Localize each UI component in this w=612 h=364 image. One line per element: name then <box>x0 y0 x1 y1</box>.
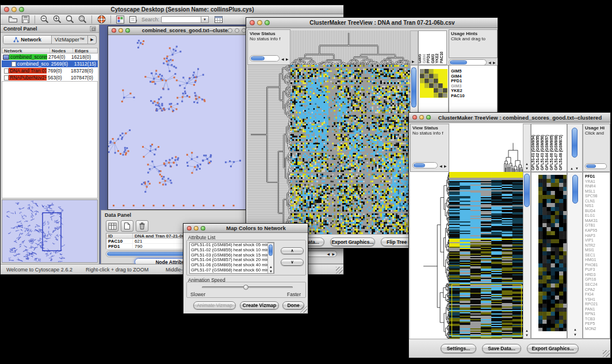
zoom-in-button[interactable] <box>51 15 63 24</box>
heatmap-canvas[interactable] <box>290 65 410 235</box>
scroll-right-arrow[interactable]: ▶ <box>412 60 415 63</box>
close-button[interactable] <box>250 20 255 25</box>
view-status-scrollbar[interactable] <box>412 162 438 168</box>
scroll-right-arrow[interactable]: ▶ <box>444 164 447 168</box>
treeview2-titlebar[interactable]: ClusterMaker TreeView : combined_scores_… <box>409 113 610 122</box>
network-overview-panel[interactable] <box>2 200 98 263</box>
gene-scroll-strip[interactable]: ▲ ▼ <box>567 172 583 339</box>
help-button[interactable] <box>95 15 108 24</box>
save-session-button[interactable] <box>19 15 32 24</box>
scroll-right-arrow[interactable]: ▶ <box>332 252 335 256</box>
correlation-matrix-canvas[interactable] <box>420 69 447 98</box>
network-view-canvas-1[interactable] <box>108 35 247 209</box>
search-input[interactable] <box>161 16 201 23</box>
scroll-down-arrow[interactable]: ▼ <box>269 270 273 273</box>
scroll-left-arrow[interactable]: ◀ <box>488 61 491 64</box>
export-graphics-button[interactable]: Export Graphics... <box>330 237 375 246</box>
scroll-up-arrow[interactable]: ▲ <box>525 329 529 332</box>
move-down-button[interactable]: ∨ <box>281 259 304 266</box>
network-row[interactable]: RNAPuberNov2+|563(0)107847(0) <box>2 74 98 81</box>
attribute-browser-button[interactable] <box>212 15 225 24</box>
zoom-button[interactable] <box>426 115 431 120</box>
resize-grip[interactable] <box>300 306 307 313</box>
scroll-down-arrow[interactable]: ▼ <box>525 167 529 170</box>
labels-scroll-strip[interactable]: ▲ ▼ <box>567 124 583 172</box>
network-row[interactable]: combined_sco2569(6)13112(15) <box>2 60 98 67</box>
scroll-down-arrow[interactable]: ▼ <box>575 167 579 170</box>
close-button[interactable] <box>228 28 232 33</box>
scrollbar-thumb[interactable] <box>586 164 596 168</box>
attribute-item[interactable]: GPL51-07 (GSM868) heat shock 60 min <box>190 268 274 273</box>
submatrix-canvas[interactable] <box>538 175 567 331</box>
vizmapper-button[interactable] <box>114 15 127 24</box>
scrollbar-thumb[interactable] <box>414 163 425 167</box>
scrollbar-thumb[interactable] <box>269 244 273 256</box>
close-button[interactable] <box>412 115 417 120</box>
heatmap-vscrollbar[interactable]: ▲ ▼ <box>523 172 531 339</box>
create-vizmap-button[interactable]: Create Vizmap <box>240 301 279 309</box>
column-dendrogram-canvas[interactable] <box>449 124 523 172</box>
resize-grip[interactable] <box>603 350 610 357</box>
search-dropdown-arrow[interactable]: ▼ <box>201 16 209 23</box>
scrollbar-thumb[interactable] <box>450 60 467 64</box>
float-panel-icon[interactable] <box>90 26 96 32</box>
scrollbar-thumb[interactable] <box>251 56 265 60</box>
zoom-button[interactable] <box>125 28 130 33</box>
treeview1-titlebar[interactable]: ClusterMaker TreeView : DNA and Tran 07-… <box>246 18 498 28</box>
tab-vizmapper[interactable]: VizMapper™ <box>52 36 88 44</box>
network-window1-titlebar[interactable]: combined_scores_good.txt--cluste... <box>108 26 247 35</box>
scroll-down-arrow[interactable]: ▼ <box>525 334 529 337</box>
minimize-button[interactable] <box>12 7 17 12</box>
scroll-up-arrow[interactable]: ▲ <box>269 265 273 269</box>
column-dendrogram-canvas[interactable] <box>290 30 410 65</box>
close-button[interactable] <box>112 28 116 33</box>
scrollbar-thumb[interactable] <box>572 175 578 204</box>
scrollbar-thumb[interactable] <box>524 174 530 207</box>
resize-grip[interactable] <box>336 267 343 274</box>
delete-attribute-button[interactable] <box>136 220 148 232</box>
speed-slider-thumb[interactable] <box>243 285 248 290</box>
scroll-left-arrow[interactable]: ◀ <box>327 252 330 256</box>
dialog-titlebar[interactable]: Map Colors to Network <box>183 224 308 233</box>
annotation-button[interactable] <box>127 15 139 24</box>
network-row[interactable]: DNA and Tran 07769(0)183728(0) <box>2 67 98 74</box>
minimize-button[interactable] <box>118 28 123 33</box>
minimize-button[interactable] <box>257 20 262 25</box>
scroll-up-arrow[interactable]: ▲ <box>570 167 573 170</box>
network-row[interactable]: combined_scores2764(0)16218(0) <box>2 53 98 60</box>
tab-overflow-arrow[interactable]: ▶ <box>88 36 96 44</box>
scrollbar-thumb[interactable] <box>411 67 416 108</box>
open-session-button[interactable] <box>6 15 19 24</box>
close-button[interactable] <box>4 7 9 12</box>
close-button[interactable] <box>187 226 192 231</box>
selection-rectangle[interactable] <box>452 284 522 337</box>
zoom-out-button[interactable] <box>38 15 51 24</box>
animate-vizmap-button[interactable]: Animate Vizmap <box>193 301 236 309</box>
minimize-button[interactable] <box>235 28 239 33</box>
move-up-button[interactable]: ∧ <box>281 247 304 254</box>
save-data-button[interactable]: Save Data... <box>482 344 521 353</box>
scroll-up-arrow[interactable]: ▲ <box>573 328 577 331</box>
scroll-left-arrow[interactable]: ◀ <box>439 164 442 168</box>
scroll-strip[interactable]: ▲ ▼ <box>523 124 531 172</box>
usage-scrollbar[interactable] <box>585 163 607 169</box>
label-scroll-strip[interactable]: ▶ <box>410 30 418 65</box>
row-dendrogram-canvas[interactable] <box>410 172 449 339</box>
scroll-down-arrow[interactable]: ▼ <box>573 333 577 336</box>
minimize-button[interactable] <box>419 115 424 120</box>
scroll-up-arrow[interactable]: ▲ <box>525 162 529 166</box>
main-titlebar[interactable]: Cytoscape Desktop (Session Name: collins… <box>1 5 343 14</box>
settings-button[interactable]: Settings... <box>441 344 476 353</box>
network-overview-canvas[interactable] <box>2 200 97 262</box>
row-dendrogram-canvas[interactable] <box>247 65 290 235</box>
scrollbar-thumb[interactable] <box>572 128 577 158</box>
scroll-left-arrow[interactable]: ◀ <box>281 58 284 61</box>
attribute-select-button[interactable] <box>106 220 118 232</box>
zoom-button[interactable] <box>19 7 24 12</box>
scroll-right-arrow[interactable]: ▶ <box>286 58 289 61</box>
zoom-button[interactable] <box>201 226 205 231</box>
zoom-fit-button[interactable] <box>76 15 89 24</box>
tab-network[interactable]: Network <box>3 36 52 44</box>
scroll-right-arrow[interactable]: ▶ <box>493 61 496 64</box>
export-graphics-button[interactable]: Export Graphics... <box>527 344 579 353</box>
